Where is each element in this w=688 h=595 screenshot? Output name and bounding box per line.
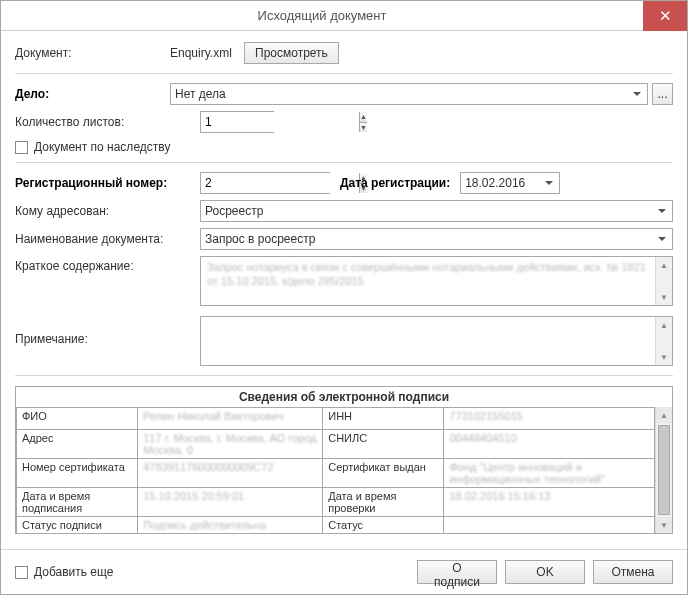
dialog-window: Исходящий документ ✕ Документ: Enquiry.x… [0, 0, 688, 595]
regnum-label: Регистрационный номер: [15, 176, 200, 190]
view-button[interactable]: Просмотреть [244, 42, 339, 64]
close-button[interactable]: ✕ [643, 1, 687, 31]
regnum-spinner[interactable]: ▲ ▼ [200, 172, 330, 194]
sig-key: Статус подписи [17, 517, 138, 534]
ok-button[interactable]: OK [505, 560, 585, 584]
scroll-thumb[interactable] [658, 425, 670, 515]
note-label: Примечание: [15, 316, 200, 346]
sig-value: 478391176000000009C72 [138, 459, 323, 488]
window-title: Исходящий документ [1, 8, 643, 23]
sig-value: 117 г. Москва, г. Москва, АО город Москв… [138, 430, 323, 459]
titlebar: Исходящий документ ✕ [1, 1, 687, 31]
dialog-footer: Добавить еще О подписи OK Отмена [1, 549, 687, 594]
spinner-down-icon[interactable]: ▼ [360, 123, 367, 133]
docname-value: Запрос в росреестр [205, 232, 315, 246]
document-row: Документ: Enquiry.xml Просмотреть [15, 39, 673, 67]
divider-3 [15, 375, 673, 376]
sig-value [444, 517, 655, 534]
summary-row: Краткое содержание: Запрос нотариуса в с… [15, 253, 673, 309]
sig-key: Статус [323, 517, 444, 534]
inheritance-checkbox[interactable] [15, 141, 28, 154]
sig-key: Дата и время проверки [323, 488, 444, 517]
regnum-row: Регистрационный номер: ▲ ▼ Дата регистра… [15, 169, 673, 197]
scroll-down-icon[interactable]: ▼ [656, 289, 672, 305]
scroll-down-icon[interactable]: ▼ [656, 349, 672, 365]
case-label: Дело: [15, 87, 170, 101]
signature-fieldset: Сведения об электронной подписи ФИОРепин… [15, 386, 673, 534]
sig-key: ИНН [323, 408, 444, 430]
about-signature-button[interactable]: О подписи [417, 560, 497, 584]
table-row: Дата и время подписания15.10.2015 20:59:… [17, 488, 655, 517]
docname-select[interactable]: Запрос в росреестр [200, 228, 673, 250]
addressee-value: Росреестр [205, 204, 263, 218]
inheritance-label: Документ по наследству [34, 140, 170, 154]
scroll-up-icon[interactable]: ▲ [656, 257, 672, 273]
scrollbar[interactable]: ▲ ▼ [655, 257, 672, 305]
signature-legend: Сведения об электронной подписи [16, 387, 672, 407]
sig-key: Адрес [17, 430, 138, 459]
signature-table: ФИОРепин Николай ВикторовичИНН7731021550… [16, 407, 655, 533]
sig-key: СНИЛС [323, 430, 444, 459]
case-row: Дело: Нет дела ... [15, 80, 673, 108]
docname-label: Наименование документа: [15, 232, 200, 246]
table-row: Адрес117 г. Москва, г. Москва, АО город … [17, 430, 655, 459]
cancel-button[interactable]: Отмена [593, 560, 673, 584]
table-row: Статус подписиПодпись действительнаСтату… [17, 517, 655, 534]
divider-2 [15, 162, 673, 163]
summary-text: Запрос нотариуса в связи с совершёнными … [201, 257, 672, 292]
scroll-up-icon[interactable]: ▲ [656, 407, 672, 423]
addressee-select[interactable]: Росреестр [200, 200, 673, 222]
dialog-body: Документ: Enquiry.xml Просмотреть Дело: … [1, 31, 687, 549]
inheritance-row: Документ по наследству [15, 136, 673, 156]
scrollbar[interactable]: ▲ ▼ [655, 317, 672, 365]
scrollbar[interactable]: ▲ ▼ [655, 407, 672, 533]
addressee-label: Кому адресован: [15, 204, 200, 218]
close-icon: ✕ [659, 7, 672, 25]
sheets-spinner[interactable]: ▲ ▼ [200, 111, 274, 133]
sig-key: Сертификат выдан [323, 459, 444, 488]
regdate-picker[interactable]: 18.02.2016 [460, 172, 560, 194]
spinner-up-icon[interactable]: ▲ [360, 112, 367, 123]
sheets-input[interactable] [201, 112, 359, 132]
case-more-button[interactable]: ... [652, 83, 673, 105]
sig-value: Подпись действительна [138, 517, 323, 534]
sig-key: Номер сертификата [17, 459, 138, 488]
add-more-label: Добавить еще [34, 565, 113, 579]
table-row: Номер сертификата478391176000000009C72Се… [17, 459, 655, 488]
signature-grid: ФИОРепин Николай ВикторовичИНН7731021550… [16, 407, 672, 533]
sheets-row: Количество листов: ▲ ▼ [15, 108, 673, 136]
sig-value: Фонд "Центр инноваций и информационных т… [444, 459, 655, 488]
summary-label: Краткое содержание: [15, 256, 200, 273]
regdate-label: Дата регистрации: [334, 176, 456, 190]
note-text [201, 317, 672, 323]
add-more-checkbox[interactable] [15, 566, 28, 579]
case-select-value: Нет дела [175, 87, 226, 101]
scroll-up-icon[interactable]: ▲ [656, 317, 672, 333]
note-row: Примечание: ▲ ▼ [15, 313, 673, 369]
divider-1 [15, 73, 673, 74]
sig-value: 773102155015 [444, 408, 655, 430]
regdate-value: 18.02.2016 [465, 176, 525, 190]
case-select[interactable]: Нет дела [170, 83, 648, 105]
summary-textarea[interactable]: Запрос нотариуса в связи с совершёнными … [200, 256, 673, 306]
sig-key: Дата и время подписания [17, 488, 138, 517]
sig-value: Репин Николай Викторович [138, 408, 323, 430]
sig-value: 18.02.2016 15:16:13 [444, 488, 655, 517]
document-filename: Enquiry.xml [170, 46, 240, 60]
docname-row: Наименование документа: Запрос в росреес… [15, 225, 673, 253]
scroll-down-icon[interactable]: ▼ [656, 517, 672, 533]
sheets-label: Количество листов: [15, 115, 200, 129]
table-row: ФИОРепин Николай ВикторовичИНН7731021550… [17, 408, 655, 430]
note-textarea[interactable]: ▲ ▼ [200, 316, 673, 366]
sig-value: 15.10.2015 20:59:01 [138, 488, 323, 517]
sig-key: ФИО [17, 408, 138, 430]
addressee-row: Кому адресован: Росреестр [15, 197, 673, 225]
document-label: Документ: [15, 46, 170, 60]
sig-value: 00448404510 [444, 430, 655, 459]
